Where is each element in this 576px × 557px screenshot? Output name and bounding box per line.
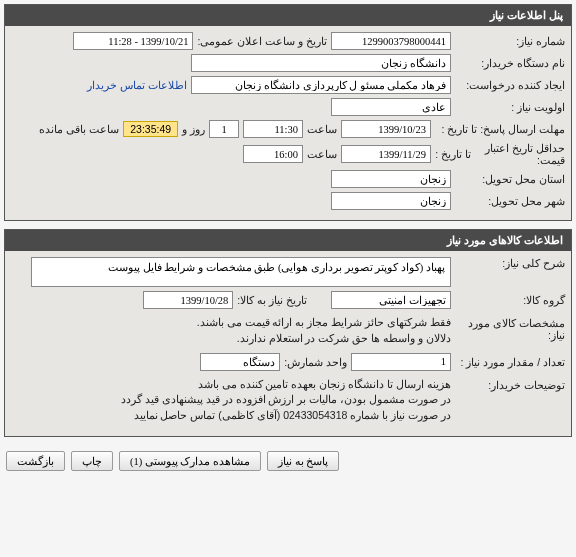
time-label-1: ساعت — [307, 123, 337, 135]
creator-input[interactable] — [191, 76, 451, 94]
respond-label: پاسخ به نیاز — [278, 455, 328, 467]
org-label: نام دستگاه خریدار: — [455, 57, 565, 69]
validity-time-input[interactable] — [243, 145, 303, 163]
buyer-notes-line1: هزینه ارسال تا دانشگاه زنجان بعهده تامین… — [31, 377, 451, 393]
deadline-label: مهلت ارسال پاسخ: تا تاریخ : — [435, 123, 565, 135]
remaining-label: ساعت باقی مانده — [39, 123, 119, 135]
respond-button[interactable]: پاسخ به نیاز — [267, 451, 339, 471]
validity-sub-label: تا تاریخ : — [435, 148, 471, 160]
attachments-button[interactable]: مشاهده مدارک پیوستی (1) — [119, 451, 261, 471]
unit-label: واحد شمارش: — [284, 356, 347, 368]
desc-textarea[interactable] — [31, 257, 451, 287]
qty-input[interactable] — [351, 353, 451, 371]
back-button[interactable]: بازگشت — [6, 451, 65, 471]
days-label: روز و — [182, 123, 205, 135]
priority-label: اولویت نیاز : — [455, 101, 565, 113]
city-label: شهر محل تحویل: — [455, 195, 565, 207]
announce-input[interactable] — [73, 32, 193, 50]
spec-line1: فقط شرکتهای حائز شرایط مجاز به ارائه قیم… — [31, 315, 451, 331]
deadline-time-input[interactable] — [243, 120, 303, 138]
unit-input[interactable] — [200, 353, 280, 371]
spec-line2: دلالان و واسطه ها حق شرکت در استعلام ندا… — [31, 331, 451, 347]
goods-info-panel: اطلاعات کالاهای مورد نیاز شرح کلی نیاز: … — [4, 229, 572, 437]
panel1-header: پنل اطلاعات نیاز — [5, 5, 571, 26]
creator-label: ایجاد کننده درخواست: — [455, 79, 565, 91]
buyer-notes: هزینه ارسال تا دانشگاه زنجان بعهده تامین… — [31, 375, 451, 426]
buyer-notes-line3: در صورت نیاز با شماره 02433054318 (آقای … — [31, 408, 451, 424]
need-info-panel: پنل اطلاعات نیاز شماره نیاز: تاریخ و ساع… — [4, 4, 572, 221]
panel2-body: شرح کلی نیاز: گروه کالا: تاریخ نیاز به ک… — [5, 251, 571, 436]
days-input[interactable] — [209, 120, 239, 138]
need-date-input[interactable] — [143, 291, 233, 309]
panel2-header: اطلاعات کالاهای مورد نیاز — [5, 230, 571, 251]
group-label: گروه کالا: — [455, 294, 565, 306]
back-label: بازگشت — [17, 455, 54, 467]
city-input[interactable] — [331, 192, 451, 210]
time-label-2: ساعت — [307, 148, 337, 160]
print-label: چاپ — [82, 455, 102, 467]
buyer-notes-label: توضیحات خریدار: — [455, 375, 565, 391]
desc-label: شرح کلی نیاز: — [455, 257, 565, 269]
province-input[interactable] — [331, 170, 451, 188]
countdown-badge: 23:35:49 — [123, 121, 178, 137]
group-input[interactable] — [331, 291, 451, 309]
contact-link[interactable]: اطلاعات تماس خریدار — [87, 79, 187, 91]
print-button[interactable]: چاپ — [71, 451, 113, 471]
priority-input[interactable] — [331, 98, 451, 116]
org-input[interactable] — [191, 54, 451, 72]
announce-label: تاریخ و ساعت اعلان عمومی: — [197, 35, 327, 47]
qty-label: تعداد / مقدار مورد نیاز : — [455, 356, 565, 368]
spec-label: مشخصات کالای مورد نیاز: — [455, 313, 565, 341]
deadline-date-input[interactable] — [341, 120, 431, 138]
attachments-label: مشاهده مدارک پیوستی (1) — [130, 455, 250, 467]
need-date-label: تاریخ نیاز به کالا: — [237, 294, 307, 306]
province-label: استان محل تحویل: — [455, 173, 565, 185]
panel1-body: شماره نیاز: تاریخ و ساعت اعلان عمومی: نا… — [5, 26, 571, 220]
action-bar: پاسخ به نیاز مشاهده مدارک پیوستی (1) چاپ… — [4, 445, 572, 477]
spec-notes: فقط شرکتهای حائز شرایط مجاز به ارائه قیم… — [31, 313, 451, 349]
req-no-input[interactable] — [331, 32, 451, 50]
buyer-notes-line2: در صورت مشمول بودن، مالیات بر ارزش افزود… — [31, 392, 451, 408]
req-no-label: شماره نیاز: — [455, 35, 565, 47]
validity-label: حداقل تاریخ اعتبار قیمت: — [475, 142, 565, 166]
validity-date-input[interactable] — [341, 145, 431, 163]
